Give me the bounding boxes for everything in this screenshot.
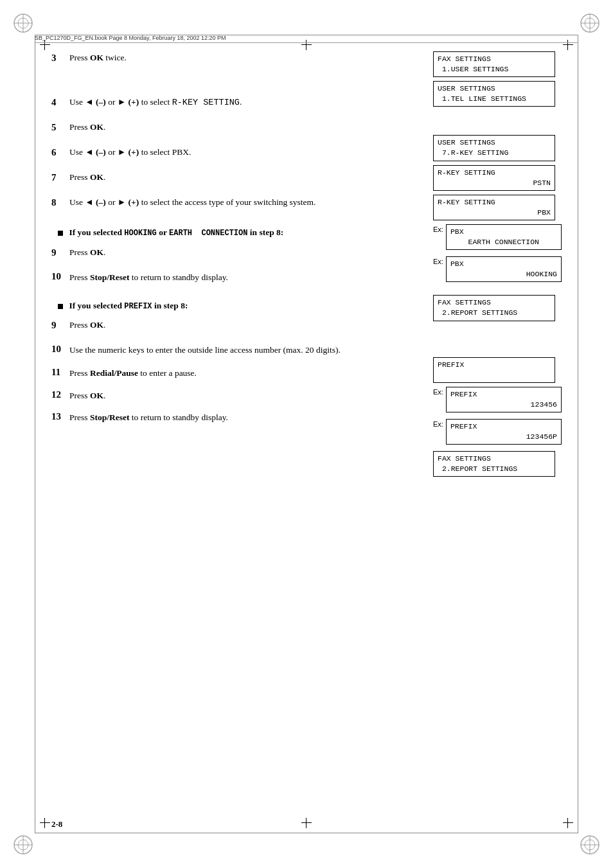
step-9a-ok: OK [90, 247, 103, 257]
lcd11-line2: 123456P [450, 432, 557, 442]
step-4: 4 Use ◄ (–) or ► (+) to select R-KEY SET… [51, 96, 414, 109]
step-12-ok: OK [90, 391, 103, 400]
lcd-screen-11: PREFIX 123456P [446, 419, 562, 445]
step-13-number: 13 [51, 411, 69, 424]
two-column-layout: 3 Press OK twice. 4 Use ◄ (–) or ► (+) t… [51, 51, 562, 481]
lcd9-line2 [438, 370, 551, 380]
step-4-content: Use ◄ (–) or ► (+) to select R-KEY SETTI… [69, 96, 242, 109]
step-5: 5 Press OK. [51, 121, 414, 134]
lcd-row-11: Ex: PREFIX 123456P [433, 419, 562, 448]
step-4-minus: (–) [96, 97, 106, 107]
step-10a-number: 10 [51, 271, 69, 284]
lcd10-line1: PREFIX [450, 389, 557, 400]
step-4-number: 4 [51, 96, 69, 109]
step-6-number: 6 [51, 146, 69, 159]
step-3-ok: OK [90, 53, 103, 62]
lcd8-line2: 2.REPORT SETTINGS [438, 308, 551, 318]
step-8-minus: (–) [96, 197, 106, 207]
bullet-prefix [58, 304, 63, 309]
border-right [578, 35, 578, 833]
lcd6-ex-label: Ex: [433, 226, 443, 233]
border-left [35, 35, 35, 833]
step-13-content: Press Stop/Reset to return to standby di… [69, 411, 228, 424]
step-9a-number: 9 [51, 246, 69, 260]
step-10a: 10 Press Stop/Reset to return to standby… [51, 271, 414, 284]
lcd7-ex-label: Ex: [433, 258, 443, 265]
step-6-plus: (+) [129, 147, 139, 157]
lcd-screen-8: FAX SETTINGS 2.REPORT SETTINGS [433, 295, 555, 321]
cross-bc [301, 818, 312, 828]
step-12-number: 12 [51, 389, 69, 402]
step-11-number: 11 [51, 367, 69, 380]
step-9a-content: Press OK. [69, 246, 105, 260]
page-number: 2-8 [51, 819, 62, 829]
sub-note-hooking-text: If you selected HOOKING or EARTH CONNECT… [69, 227, 284, 237]
step-7-number: 7 [51, 171, 69, 184]
step-6-content: Use ◄ (–) or ► (+) to select PBX. [69, 146, 191, 159]
lcd-screen-6: PBX EARTH CONNECTION [446, 224, 562, 250]
lcd9-line1: PREFIX [438, 360, 551, 370]
lcd-screen-12: FAX SETTINGS 2.REPORT SETTINGS [433, 451, 555, 477]
lcd-screen-10: PREFIX 123456 [446, 387, 562, 412]
step-10a-stop: Stop/Reset [90, 272, 130, 282]
cross-bl [40, 818, 50, 828]
lcd7-line2: HOOKING [450, 269, 557, 279]
lcd11-ex-label: Ex: [433, 420, 443, 428]
header-text: SB_PC1270D_FG_EN.book Page 8 Monday, Feb… [35, 35, 226, 41]
step-11: 11 Press Redial/Pause to enter a pause. [51, 367, 414, 380]
step-6: 6 Use ◄ (–) or ► (+) to select PBX. [51, 146, 414, 159]
lcd6-line1: PBX [450, 227, 557, 237]
step-11-redial: Redial/Pause [90, 368, 138, 378]
lcd3-line2: 7.R-KEY SETTING [438, 148, 551, 158]
content-area: 3 Press OK twice. 4 Use ◄ (–) or ► (+) t… [51, 51, 562, 817]
sub-note-prefix: If you selected PREFIX in step 8: [51, 299, 414, 312]
step-3-content: Press OK twice. [69, 51, 127, 65]
lcd-screen-3: USER SETTINGS 7.R-KEY SETTING [433, 135, 555, 161]
step-11-content: Press Redial/Pause to enter a pause. [69, 367, 197, 380]
lcd6-line2: EARTH CONNECTION [450, 237, 557, 247]
corner-decoration-tr [578, 12, 601, 35]
step-5-content: Press OK. [69, 121, 105, 134]
step-3: 3 Press OK twice. [51, 51, 414, 65]
step-7: 7 Press OK. [51, 171, 414, 184]
lcd-row-7: Ex: PBX HOOKING [433, 256, 562, 286]
lcd1-line1: FAX SETTINGS [438, 54, 551, 64]
lcd7-line1: PBX [450, 259, 557, 269]
step-13-stop: Stop/Reset [90, 412, 130, 422]
corner-decoration-bl [12, 833, 35, 856]
step-10b-content: Use the numeric keys to enter the outsid… [69, 344, 341, 357]
step-4-plus: (+) [129, 97, 139, 107]
step-9b-content: Press OK. [69, 319, 105, 332]
lcd10-line2: 123456 [450, 400, 557, 410]
lcd12-line1: FAX SETTINGS [438, 454, 551, 464]
lcd-screen-9: PREFIX [433, 357, 555, 383]
step-8-number: 8 [51, 196, 69, 209]
lcd10-ex-label: Ex: [433, 388, 443, 396]
page: SB_PC1270D_FG_EN.book Page 8 Monday, Feb… [0, 0, 613, 868]
step-9b-ok: OK [90, 320, 103, 330]
step-5-number: 5 [51, 121, 69, 134]
lcd2-line1: USER SETTINGS [438, 84, 551, 94]
step-7-ok: OK [90, 172, 103, 182]
step-13: 13 Press Stop/Reset to return to standby… [51, 411, 414, 424]
right-column: FAX SETTINGS 1.USER SETTINGS USER SETTIN… [433, 51, 562, 481]
lcd-screen-5: R-KEY SETTING PBX [433, 195, 555, 220]
step-12-content: Press OK. [69, 389, 105, 402]
cross-br [563, 818, 573, 828]
border-bottom [35, 833, 578, 833]
lcd2-line2: 1.TEL LINE SETTINGS [438, 94, 551, 104]
lcd-row-6: Ex: PBX EARTH CONNECTION [433, 224, 562, 254]
lcd12-line2: 2.REPORT SETTINGS [438, 464, 551, 474]
step-10a-content: Press Stop/Reset to return to standby di… [69, 271, 228, 284]
lcd5-line1: R-KEY SETTING [438, 197, 551, 208]
lcd3-line1: USER SETTINGS [438, 137, 551, 148]
step-8-content: Use ◄ (–) or ► (+) to select the access … [69, 196, 315, 209]
step-5-ok: OK [90, 122, 103, 132]
header-line: SB_PC1270D_FG_EN.book Page 8 Monday, Feb… [35, 35, 578, 43]
step-10b: 10 Use the numeric keys to enter the out… [51, 344, 414, 357]
lcd-screen-1: FAX SETTINGS 1.USER SETTINGS [433, 51, 555, 77]
step-9b: 9 Press OK. [51, 319, 414, 332]
step-12: 12 Press OK. [51, 389, 414, 402]
step-3-number: 3 [51, 51, 69, 65]
lcd4-line2: PSTN [438, 178, 551, 188]
